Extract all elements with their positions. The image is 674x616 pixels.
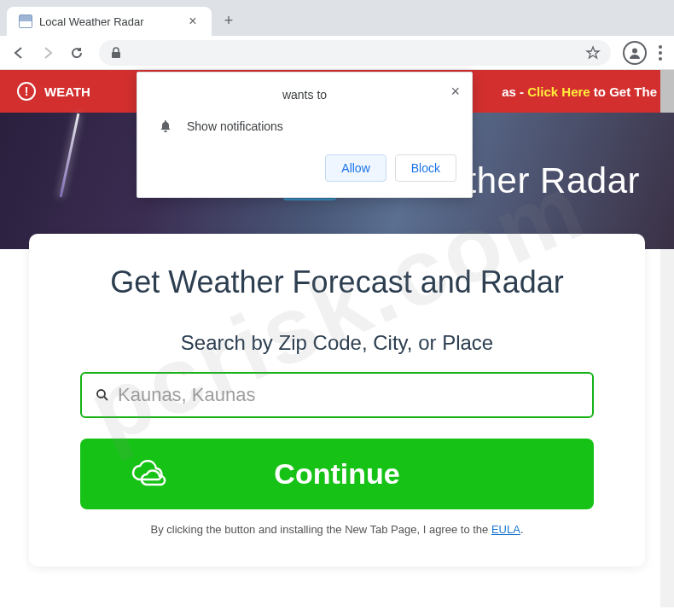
hero-title: ather Radar xyxy=(446,160,640,201)
search-label: Search by Zip Code, City, or Place xyxy=(80,331,594,355)
menu-button[interactable] xyxy=(652,45,669,61)
continue-label: Continue xyxy=(274,457,399,491)
card-title: Get Weather Forecast and Radar xyxy=(80,264,594,300)
notification-title: wants to xyxy=(153,88,456,102)
cloud-icon xyxy=(126,457,174,491)
search-box[interactable] xyxy=(80,372,594,418)
favicon-icon xyxy=(19,15,32,28)
alert-link[interactable]: Click Here xyxy=(527,84,590,99)
notification-popup: × wants to Show notifications Allow Bloc… xyxy=(137,72,473,198)
tab-title: Local Weather Radar xyxy=(39,15,179,28)
back-button[interactable] xyxy=(5,39,32,67)
svg-point-5 xyxy=(632,48,637,53)
reload-button[interactable] xyxy=(63,39,90,67)
disclaimer: By clicking the button and installing th… xyxy=(80,523,594,536)
close-icon[interactable]: × xyxy=(450,83,460,101)
tab-strip: Local Weather Radar × + xyxy=(0,0,674,36)
svg-point-6 xyxy=(97,390,105,398)
allow-button[interactable]: Allow xyxy=(325,154,386,182)
svg-line-7 xyxy=(104,397,107,400)
search-input[interactable] xyxy=(118,384,578,406)
search-card: Get Weather Forecast and Radar Search by… xyxy=(29,234,645,567)
alert-icon: ! xyxy=(17,82,36,101)
new-tab-button[interactable]: + xyxy=(217,9,241,32)
account-icon[interactable] xyxy=(623,41,647,65)
notification-text: Show notifications xyxy=(187,119,283,133)
toolbar xyxy=(0,36,674,70)
eula-link[interactable]: EULA xyxy=(491,523,520,536)
browser-tab[interactable]: Local Weather Radar × xyxy=(7,7,212,36)
lock-icon xyxy=(109,46,123,60)
bookmark-star-icon[interactable] xyxy=(585,45,601,61)
bell-icon xyxy=(158,119,173,134)
close-tab-icon[interactable]: × xyxy=(186,14,200,29)
block-button[interactable]: Block xyxy=(395,154,456,182)
alert-text-right: as - Click Here to Get The xyxy=(502,84,657,99)
forward-button[interactable] xyxy=(34,39,61,67)
alert-text: WEATH xyxy=(44,84,90,99)
continue-button[interactable]: Continue xyxy=(80,439,594,509)
address-bar[interactable] xyxy=(99,40,611,66)
search-icon xyxy=(96,388,109,402)
svg-rect-4 xyxy=(112,52,120,58)
